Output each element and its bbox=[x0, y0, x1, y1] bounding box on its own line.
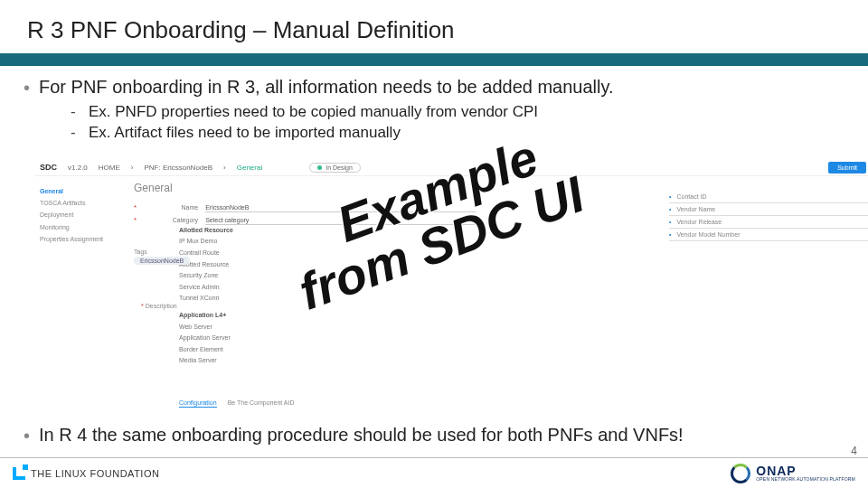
list-item[interactable]: Security Zone bbox=[179, 270, 288, 282]
crumb-home[interactable]: HOME bbox=[99, 164, 120, 172]
name-field[interactable]: EricssonNodeB bbox=[205, 203, 476, 212]
submit-button[interactable]: Submit bbox=[828, 162, 866, 174]
status-pill: In Design bbox=[309, 163, 361, 173]
section-header: Allotted Resource bbox=[179, 225, 288, 237]
list-item[interactable]: Allotted Resource bbox=[179, 259, 288, 271]
app-version: v1.2.0 bbox=[68, 164, 88, 172]
tab-component[interactable]: Be The Component AID bbox=[228, 399, 295, 408]
linux-foundation-logo: THE LINUX FOUNDATION bbox=[13, 467, 159, 480]
bullet-2: In R 4 the same onboarding procedure sho… bbox=[39, 425, 684, 446]
panel-heading: General bbox=[134, 182, 622, 194]
bullet-1: For PNF onboarding in R 3, all informati… bbox=[39, 77, 614, 98]
sidebar-item[interactable]: Deployment bbox=[40, 209, 118, 221]
crumb-current: General bbox=[237, 164, 262, 172]
onap-ring-icon bbox=[731, 464, 750, 483]
tags-label: Tags bbox=[134, 249, 190, 255]
right-field[interactable]: Contact ID bbox=[676, 193, 706, 200]
list-item[interactable]: Web Server bbox=[179, 322, 288, 333]
onap-logo: ONAP OPEN NETWORK AUTOMATION PLATFORM bbox=[731, 464, 855, 483]
right-field[interactable]: Vendor Model Number bbox=[676, 231, 740, 238]
sidebar-item-general[interactable]: General bbox=[40, 185, 118, 197]
app-brand: SDC bbox=[40, 163, 57, 172]
dash-icon: - bbox=[71, 123, 80, 144]
right-field[interactable]: Vendor Release bbox=[676, 219, 722, 225]
section-header: Application L4+ bbox=[179, 310, 288, 322]
list-item[interactable]: Border Element bbox=[179, 344, 288, 356]
divider-bar bbox=[0, 53, 868, 66]
page-number: 4 bbox=[851, 445, 857, 457]
list-item[interactable]: Application Server bbox=[179, 333, 288, 344]
right-field[interactable]: Vendor Name bbox=[676, 206, 715, 212]
embedded-screenshot: SDC v1.2.0 HOME › PNF: EricssonNodeB › G… bbox=[31, 149, 837, 420]
list-item[interactable]: Service Admin bbox=[179, 282, 288, 294]
tag-chip[interactable]: EricssonNodeB bbox=[134, 257, 190, 265]
list-item[interactable]: IP Mux Demo bbox=[179, 236, 288, 248]
sidebar-item[interactable]: TOSCA Artifacts bbox=[40, 197, 118, 209]
sidebar-item[interactable]: Monitoring bbox=[40, 221, 118, 233]
name-label: Name bbox=[144, 204, 198, 211]
list-item[interactable]: Contrail Route bbox=[179, 248, 288, 259]
tab-configuration[interactable]: Configuration bbox=[179, 399, 217, 408]
sidebar-item[interactable]: Properties Assignment bbox=[40, 233, 118, 245]
lf-mark-icon bbox=[13, 467, 25, 480]
list-item[interactable]: Tunnel XConn bbox=[179, 293, 288, 305]
dash-icon: - bbox=[71, 102, 80, 123]
bullet-icon: • bbox=[22, 77, 30, 99]
crumb-path[interactable]: PNF: EricssonNodeB bbox=[144, 164, 212, 172]
description-label: Description bbox=[146, 303, 177, 309]
sub-bullet-1: Ex. PNFD properties need to be copied ma… bbox=[89, 102, 538, 123]
bullet-icon: • bbox=[22, 425, 30, 446]
slide-title: R 3 PNF Onboarding – Manual Definition bbox=[27, 16, 841, 44]
list-item[interactable]: Media Server bbox=[179, 355, 288, 367]
sub-bullet-2: Ex. Artifact files need to be imported m… bbox=[89, 123, 401, 144]
